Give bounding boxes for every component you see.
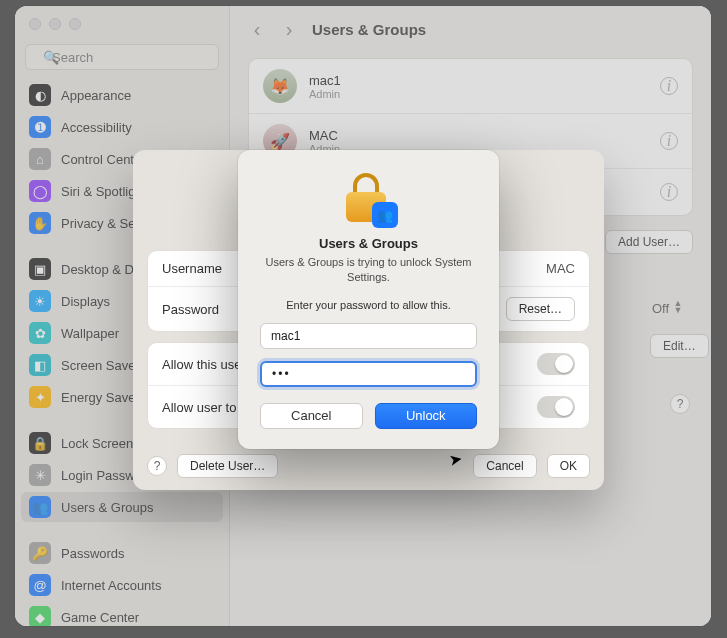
sidebar-icon: ✋ bbox=[29, 212, 51, 234]
search-icon: 🔍 bbox=[43, 50, 59, 65]
help-icon[interactable]: ? bbox=[670, 394, 690, 414]
sidebar-icon: @ bbox=[29, 574, 51, 596]
user-row[interactable]: 🦊 mac1 Admin i bbox=[249, 59, 692, 114]
users-badge-icon: 👥 bbox=[372, 202, 398, 228]
password-label: Password bbox=[162, 302, 219, 317]
sidebar-item-game-center[interactable]: ◆Game Center bbox=[21, 602, 223, 626]
sidebar-item-label: Wallpaper bbox=[61, 326, 119, 341]
sidebar-icon: ➊ bbox=[29, 116, 51, 138]
sidebar-icon: ✦ bbox=[29, 386, 51, 408]
window-controls bbox=[15, 6, 229, 40]
avatar: 🦊 bbox=[263, 69, 297, 103]
username-label: Username bbox=[162, 261, 222, 276]
sidebar-item-label: Displays bbox=[61, 294, 110, 309]
sidebar-item-label: Internet Accounts bbox=[61, 578, 161, 593]
user-name: MAC bbox=[309, 128, 648, 143]
sidebar-item-label: Energy Saver bbox=[61, 390, 140, 405]
stepper-icon[interactable]: ▲▼ bbox=[674, 300, 683, 314]
sidebar-item-label: Accessibility bbox=[61, 120, 132, 135]
sidebar-item-label: Screen Saver bbox=[61, 358, 140, 373]
sidebar-item-accessibility[interactable]: ➊Accessibility bbox=[21, 112, 223, 142]
sidebar-item-appearance[interactable]: ◐Appearance bbox=[21, 80, 223, 110]
sidebar-icon: ✳ bbox=[29, 464, 51, 486]
dialog-title: Users & Groups bbox=[260, 236, 477, 251]
sidebar-item-label: Passwords bbox=[61, 546, 125, 561]
ok-button[interactable]: OK bbox=[547, 454, 590, 478]
auth-password-input[interactable] bbox=[260, 361, 477, 387]
info-icon[interactable]: i bbox=[660, 77, 678, 95]
info-icon[interactable]: i bbox=[660, 183, 678, 201]
sidebar-icon: ☀ bbox=[29, 290, 51, 312]
sidebar-icon: ⌂ bbox=[29, 148, 51, 170]
username-value: MAC bbox=[546, 261, 575, 276]
zoom-window-icon[interactable] bbox=[69, 18, 81, 30]
back-icon[interactable]: ‹ bbox=[248, 18, 266, 41]
sidebar-icon: ◆ bbox=[29, 606, 51, 626]
page-title: Users & Groups bbox=[312, 21, 426, 38]
reset-password-button[interactable]: Reset… bbox=[506, 297, 575, 321]
sidebar-item-label: Lock Screen bbox=[61, 436, 133, 451]
sidebar-item-users-groups[interactable]: 👥Users & Groups bbox=[21, 492, 223, 522]
delete-user-button[interactable]: Delete User… bbox=[177, 454, 278, 478]
lock-icon: 👥 bbox=[340, 172, 398, 228]
user-name: mac1 bbox=[309, 73, 648, 88]
dialog-unlock-button[interactable]: Unlock bbox=[375, 403, 478, 429]
allow-admin-toggle[interactable] bbox=[537, 353, 575, 375]
edit-button[interactable]: Edit… bbox=[650, 334, 709, 358]
info-icon[interactable]: i bbox=[660, 132, 678, 150]
user-role: Admin bbox=[309, 88, 648, 100]
auth-dialog: 👥 Users & Groups Users & Groups is tryin… bbox=[238, 150, 499, 449]
allow-admin-label: Allow this user bbox=[162, 357, 246, 372]
auth-username-input[interactable] bbox=[260, 323, 477, 349]
minimize-window-icon[interactable] bbox=[49, 18, 61, 30]
sidebar-item-label: Appearance bbox=[61, 88, 131, 103]
sidebar-icon: ◧ bbox=[29, 354, 51, 376]
allow-reset-label: Allow user to bbox=[162, 400, 236, 415]
dialog-prompt: Enter your password to allow this. bbox=[260, 299, 477, 311]
sidebar-item-label: Game Center bbox=[61, 610, 139, 625]
sidebar-icon: ✿ bbox=[29, 322, 51, 344]
dialog-cancel-button[interactable]: Cancel bbox=[260, 403, 363, 429]
sidebar-item-label: Users & Groups bbox=[61, 500, 153, 515]
sidebar-item-internet-accounts[interactable]: @Internet Accounts bbox=[21, 570, 223, 600]
help-icon[interactable]: ? bbox=[147, 456, 167, 476]
sidebar-icon: 🔒 bbox=[29, 432, 51, 454]
sidebar-icon: ◐ bbox=[29, 84, 51, 106]
automatic-login-value: Off bbox=[652, 301, 669, 316]
dialog-message: Users & Groups is trying to unlock Syste… bbox=[260, 255, 477, 285]
sidebar-icon: 🔑 bbox=[29, 542, 51, 564]
add-user-button[interactable]: Add User… bbox=[605, 230, 693, 254]
allow-reset-toggle[interactable] bbox=[537, 396, 575, 418]
sidebar-item-passwords[interactable]: 🔑Passwords bbox=[21, 538, 223, 568]
sidebar-icon: 👥 bbox=[29, 496, 51, 518]
forward-icon[interactable]: › bbox=[280, 18, 298, 41]
cancel-button[interactable]: Cancel bbox=[473, 454, 536, 478]
sidebar-icon: ◯ bbox=[29, 180, 51, 202]
sidebar-icon: ▣ bbox=[29, 258, 51, 280]
close-window-icon[interactable] bbox=[29, 18, 41, 30]
